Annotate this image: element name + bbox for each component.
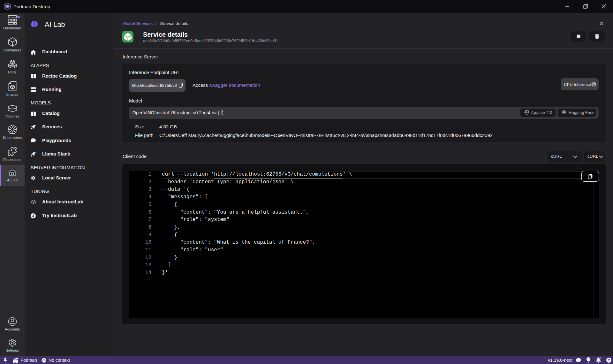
- svg-text:?: ?: [608, 358, 610, 362]
